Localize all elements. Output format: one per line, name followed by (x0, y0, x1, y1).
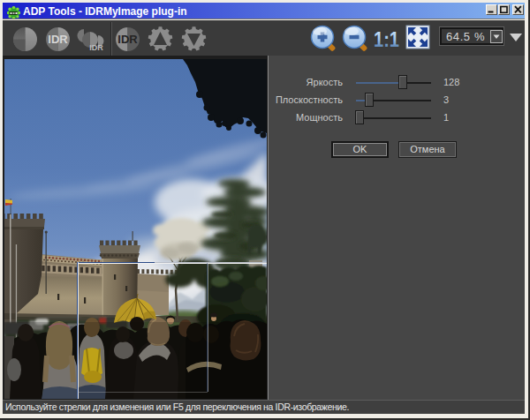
svg-text:1:1: 1:1 (374, 27, 399, 51)
svg-text:IDR: IDR (89, 43, 103, 52)
svg-text:IDR: IDR (117, 33, 138, 46)
svg-text:64.5 %: 64.5 % (446, 30, 485, 43)
svg-text:IDR: IDR (48, 33, 68, 46)
